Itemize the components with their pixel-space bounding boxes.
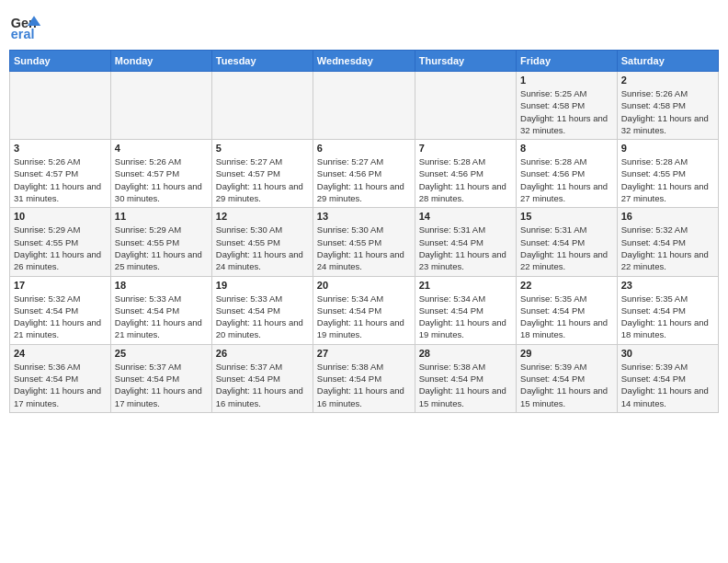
day-cell: 20Sunrise: 5:34 AM Sunset: 4:54 PM Dayli… — [313, 276, 415, 344]
day-cell: 15Sunrise: 5:31 AM Sunset: 4:54 PM Dayli… — [517, 208, 618, 276]
day-cell — [313, 72, 415, 140]
day-number: 19 — [216, 280, 309, 291]
day-number: 28 — [419, 348, 512, 359]
day-cell: 24Sunrise: 5:36 AM Sunset: 4:54 PM Dayli… — [10, 344, 111, 412]
day-number: 1 — [520, 75, 613, 86]
day-info: Sunrise: 5:29 AM Sunset: 4:55 PM Dayligh… — [14, 224, 107, 272]
day-info: Sunrise: 5:35 AM Sunset: 4:54 PM Dayligh… — [520, 293, 613, 341]
week-row-3: 10Sunrise: 5:29 AM Sunset: 4:55 PM Dayli… — [10, 208, 719, 276]
day-number: 27 — [317, 348, 411, 359]
weekday-header-saturday: Saturday — [617, 51, 718, 72]
day-number: 17 — [14, 280, 107, 291]
day-number: 26 — [216, 348, 309, 359]
day-number: 8 — [520, 143, 613, 154]
day-info: Sunrise: 5:26 AM Sunset: 4:57 PM Dayligh… — [14, 155, 107, 204]
day-cell: 16Sunrise: 5:32 AM Sunset: 4:54 PM Dayli… — [617, 208, 718, 276]
day-cell: 28Sunrise: 5:38 AM Sunset: 4:54 PM Dayli… — [415, 344, 516, 412]
day-info: Sunrise: 5:34 AM Sunset: 4:54 PM Dayligh… — [419, 293, 512, 341]
day-cell: 29Sunrise: 5:39 AM Sunset: 4:54 PM Dayli… — [517, 344, 618, 412]
weekday-header-tuesday: Tuesday — [211, 51, 313, 72]
day-cell — [110, 72, 211, 140]
weekday-header-sunday: Sunday — [10, 51, 111, 72]
weekday-header-friday: Friday — [517, 51, 618, 72]
weekday-header-monday: Monday — [110, 51, 211, 72]
day-info: Sunrise: 5:28 AM Sunset: 4:56 PM Dayligh… — [520, 155, 613, 204]
weekday-header-row: SundayMondayTuesdayWednesdayThursdayFrid… — [10, 51, 719, 72]
calendar-table: SundayMondayTuesdayWednesdayThursdayFrid… — [9, 50, 719, 413]
logo-icon: Gen eral — [9, 9, 42, 42]
day-number: 4 — [115, 143, 208, 154]
day-cell: 17Sunrise: 5:32 AM Sunset: 4:54 PM Dayli… — [10, 276, 111, 344]
day-info: Sunrise: 5:31 AM Sunset: 4:54 PM Dayligh… — [520, 224, 613, 272]
week-row-4: 17Sunrise: 5:32 AM Sunset: 4:54 PM Dayli… — [10, 276, 719, 344]
day-info: Sunrise: 5:31 AM Sunset: 4:54 PM Dayligh… — [419, 224, 512, 272]
day-cell: 11Sunrise: 5:29 AM Sunset: 4:55 PM Dayli… — [110, 208, 211, 276]
day-info: Sunrise: 5:32 AM Sunset: 4:54 PM Dayligh… — [621, 224, 714, 272]
day-info: Sunrise: 5:29 AM Sunset: 4:55 PM Dayligh… — [115, 224, 208, 272]
day-number: 29 — [520, 348, 613, 359]
day-cell: 30Sunrise: 5:39 AM Sunset: 4:54 PM Dayli… — [617, 344, 718, 412]
day-info: Sunrise: 5:36 AM Sunset: 4:54 PM Dayligh… — [14, 361, 107, 409]
day-number: 6 — [317, 143, 411, 154]
day-info: Sunrise: 5:34 AM Sunset: 4:54 PM Dayligh… — [317, 293, 411, 341]
weekday-header-thursday: Thursday — [415, 51, 516, 72]
day-cell: 6Sunrise: 5:27 AM Sunset: 4:56 PM Daylig… — [313, 140, 415, 208]
day-info: Sunrise: 5:37 AM Sunset: 4:54 PM Dayligh… — [216, 361, 309, 409]
day-info: Sunrise: 5:25 AM Sunset: 4:58 PM Dayligh… — [520, 87, 613, 136]
day-cell: 3Sunrise: 5:26 AM Sunset: 4:57 PM Daylig… — [10, 140, 111, 208]
day-cell: 14Sunrise: 5:31 AM Sunset: 4:54 PM Dayli… — [415, 208, 516, 276]
day-info: Sunrise: 5:27 AM Sunset: 4:57 PM Dayligh… — [216, 155, 309, 204]
week-row-5: 24Sunrise: 5:36 AM Sunset: 4:54 PM Dayli… — [10, 344, 719, 412]
day-cell: 5Sunrise: 5:27 AM Sunset: 4:57 PM Daylig… — [211, 140, 313, 208]
day-cell: 9Sunrise: 5:28 AM Sunset: 4:55 PM Daylig… — [617, 140, 718, 208]
day-number: 14 — [419, 211, 512, 222]
day-number: 12 — [216, 211, 309, 222]
day-number: 22 — [520, 280, 613, 291]
day-number: 7 — [419, 143, 512, 154]
day-info: Sunrise: 5:26 AM Sunset: 4:58 PM Dayligh… — [621, 87, 714, 136]
day-cell: 8Sunrise: 5:28 AM Sunset: 4:56 PM Daylig… — [517, 140, 618, 208]
day-info: Sunrise: 5:27 AM Sunset: 4:56 PM Dayligh… — [317, 155, 411, 204]
day-cell: 23Sunrise: 5:35 AM Sunset: 4:54 PM Dayli… — [617, 276, 718, 344]
day-number: 30 — [621, 348, 714, 359]
day-info: Sunrise: 5:30 AM Sunset: 4:55 PM Dayligh… — [216, 224, 309, 272]
day-number: 25 — [115, 348, 208, 359]
day-cell: 13Sunrise: 5:30 AM Sunset: 4:55 PM Dayli… — [313, 208, 415, 276]
day-number: 18 — [115, 280, 208, 291]
day-cell: 21Sunrise: 5:34 AM Sunset: 4:54 PM Dayli… — [415, 276, 516, 344]
logo: Gen eral — [9, 9, 46, 42]
page-header: Gen eral — [9, 9, 719, 42]
week-row-1: 1Sunrise: 5:25 AM Sunset: 4:58 PM Daylig… — [10, 72, 719, 140]
day-number: 20 — [317, 280, 411, 291]
day-info: Sunrise: 5:32 AM Sunset: 4:54 PM Dayligh… — [14, 293, 107, 341]
day-number: 3 — [14, 143, 107, 154]
day-cell: 19Sunrise: 5:33 AM Sunset: 4:54 PM Dayli… — [211, 276, 313, 344]
day-info: Sunrise: 5:35 AM Sunset: 4:54 PM Dayligh… — [621, 293, 714, 341]
day-cell — [10, 72, 111, 140]
day-info: Sunrise: 5:39 AM Sunset: 4:54 PM Dayligh… — [621, 361, 714, 409]
day-info: Sunrise: 5:38 AM Sunset: 4:54 PM Dayligh… — [317, 361, 411, 409]
day-cell: 25Sunrise: 5:37 AM Sunset: 4:54 PM Dayli… — [110, 344, 211, 412]
day-number: 23 — [621, 280, 714, 291]
day-cell: 18Sunrise: 5:33 AM Sunset: 4:54 PM Dayli… — [110, 276, 211, 344]
day-number: 16 — [621, 211, 714, 222]
day-number: 5 — [216, 143, 309, 154]
day-cell: 7Sunrise: 5:28 AM Sunset: 4:56 PM Daylig… — [415, 140, 516, 208]
day-info: Sunrise: 5:33 AM Sunset: 4:54 PM Dayligh… — [216, 293, 309, 341]
day-info: Sunrise: 5:39 AM Sunset: 4:54 PM Dayligh… — [520, 361, 613, 409]
weekday-header-wednesday: Wednesday — [313, 51, 415, 72]
day-number: 24 — [14, 348, 107, 359]
day-number: 21 — [419, 280, 512, 291]
day-info: Sunrise: 5:30 AM Sunset: 4:55 PM Dayligh… — [317, 224, 411, 272]
day-info: Sunrise: 5:28 AM Sunset: 4:56 PM Dayligh… — [419, 155, 512, 204]
day-info: Sunrise: 5:26 AM Sunset: 4:57 PM Dayligh… — [115, 155, 208, 204]
day-number: 10 — [14, 211, 107, 222]
day-info: Sunrise: 5:38 AM Sunset: 4:54 PM Dayligh… — [419, 361, 512, 409]
day-cell: 12Sunrise: 5:30 AM Sunset: 4:55 PM Dayli… — [211, 208, 313, 276]
day-cell: 1Sunrise: 5:25 AM Sunset: 4:58 PM Daylig… — [517, 72, 618, 140]
day-cell: 2Sunrise: 5:26 AM Sunset: 4:58 PM Daylig… — [617, 72, 718, 140]
svg-text:eral: eral — [11, 27, 35, 41]
day-cell — [415, 72, 516, 140]
day-number: 11 — [115, 211, 208, 222]
day-number: 2 — [621, 75, 714, 86]
